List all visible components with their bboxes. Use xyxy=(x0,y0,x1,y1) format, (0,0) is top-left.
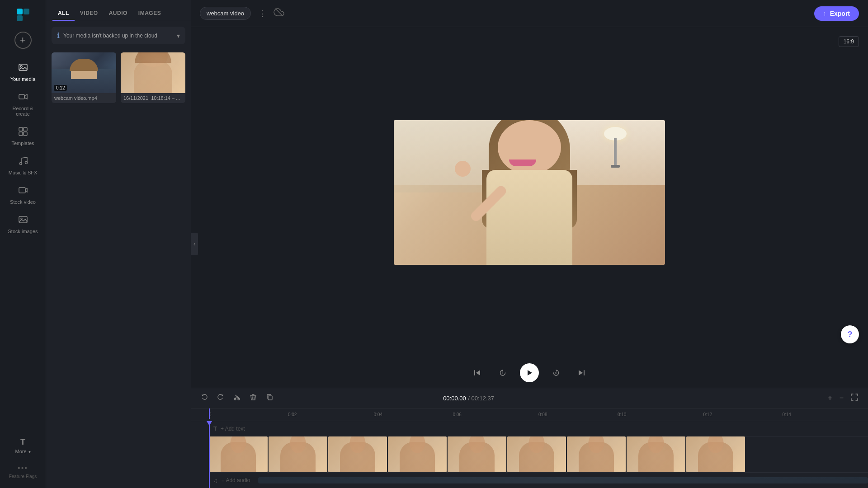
skip-forward-button[interactable] xyxy=(573,365,590,381)
cloud-icon[interactable] xyxy=(274,7,284,20)
play-button[interactable] xyxy=(520,363,539,382)
feature-flags-label: Feature Flags xyxy=(9,474,37,479)
svg-point-4 xyxy=(20,66,22,67)
export-button[interactable]: ↑ Export xyxy=(814,6,859,21)
sidebar-item-feature-flags[interactable]: ••• Feature Flags xyxy=(3,460,43,483)
project-menu-icon[interactable]: ⋮ xyxy=(256,7,268,20)
sidebar-item-label-templates: Templates xyxy=(11,141,34,146)
undo-button[interactable] xyxy=(198,392,211,404)
svg-rect-12 xyxy=(19,188,25,193)
sidebar-item-templates[interactable]: Templates xyxy=(3,122,43,150)
skip-back-button[interactable] xyxy=(469,365,486,381)
video-strip xyxy=(209,436,745,472)
video-frame-2 xyxy=(269,436,327,472)
preview-area: 16:9 xyxy=(191,27,868,358)
add-text-track[interactable]: T + Add text xyxy=(209,421,868,436)
timeline-ruler: 0 0:02 0:04 0:06 0:08 0:10 0:12 0:14 xyxy=(191,408,868,421)
media-thumb-2 xyxy=(121,52,185,93)
sidebar-item-record-create[interactable]: Record &create xyxy=(3,87,43,121)
sidebar-item-label-music-sfx: Music & SFX xyxy=(9,170,38,175)
text-track-icon: T xyxy=(213,425,217,432)
audio-waveform xyxy=(258,477,868,483)
delete-button[interactable] xyxy=(247,392,259,404)
svg-rect-9 xyxy=(24,132,27,136)
total-time: 00:12.37 xyxy=(471,395,494,402)
svg-point-11 xyxy=(25,162,27,164)
add-text-label: + Add text xyxy=(221,426,245,432)
text-t-icon: T xyxy=(20,437,25,447)
preview-video xyxy=(394,120,665,265)
export-icon: ↑ xyxy=(823,10,826,17)
cut-button[interactable] xyxy=(231,392,243,404)
video-frame-1 xyxy=(209,436,268,472)
svg-rect-20 xyxy=(584,370,585,375)
sidebar-item-music-sfx[interactable]: Music & SFX xyxy=(3,151,43,180)
media-thumb-1: 0:12 xyxy=(52,52,116,93)
app-logo xyxy=(14,5,33,24)
templates-icon xyxy=(18,127,28,139)
stock-images-icon xyxy=(18,215,28,227)
aspect-ratio-badge[interactable]: 16:9 xyxy=(839,36,859,47)
add-audio-track[interactable]: ♫ + Add audio xyxy=(209,473,868,488)
audio-track-icon: ♫ xyxy=(213,477,218,484)
playback-controls: 5 5 xyxy=(191,358,868,388)
copy-button[interactable] xyxy=(263,392,276,404)
sidebar-more-button[interactable]: T More ▾ xyxy=(3,433,43,459)
expand-timeline-button[interactable] xyxy=(848,392,861,404)
media-item-1[interactable]: 0:12 webcam video.mp4 xyxy=(52,52,116,103)
tab-video[interactable]: VIDEO xyxy=(75,6,104,21)
top-bar: webcam video ⋮ ↑ Export xyxy=(191,0,868,27)
timeline-tracks: T + Add text xyxy=(191,421,868,488)
redo-button[interactable] xyxy=(214,392,227,404)
svg-rect-17 xyxy=(474,370,475,375)
video-frame-7 xyxy=(567,436,626,472)
svg-point-10 xyxy=(19,163,22,165)
time-display: 00:00.00 / 00:12.37 xyxy=(443,394,494,402)
stock-video-icon xyxy=(18,185,28,197)
tab-audio[interactable]: AUDIO xyxy=(104,6,133,21)
svg-rect-1 xyxy=(24,9,29,14)
sidebar-item-label-record-create: Record &create xyxy=(13,106,33,117)
sidebar-item-label-stock-images: Stock images xyxy=(8,229,38,234)
svg-text:5: 5 xyxy=(555,371,557,374)
svg-rect-5 xyxy=(19,94,24,99)
media-tabs: ALL VIDEO AUDIO IMAGES xyxy=(46,0,191,21)
svg-rect-0 xyxy=(17,9,23,14)
zoom-in-button[interactable]: + xyxy=(825,392,835,404)
your-media-icon xyxy=(18,62,28,75)
svg-text:5: 5 xyxy=(502,371,504,374)
forward-5s-button[interactable]: 5 xyxy=(548,365,564,381)
tab-images[interactable]: IMAGES xyxy=(133,6,166,21)
sidebar-item-stock-images[interactable]: Stock images xyxy=(3,210,43,239)
sidebar-item-label-stock-video: Stock video xyxy=(10,199,36,205)
media-grid: 0:12 webcam video.mp4 16/11/2021, 10:18:… xyxy=(46,48,191,108)
svg-rect-7 xyxy=(24,127,27,131)
expand-chevron-icon: ▾ xyxy=(177,32,180,39)
rewind-5s-button[interactable]: 5 xyxy=(495,365,511,381)
video-frame-9 xyxy=(686,436,745,472)
project-name[interactable]: webcam video xyxy=(200,7,251,20)
info-icon: ℹ xyxy=(57,31,60,40)
video-frame-3 xyxy=(328,436,387,472)
help-button[interactable]: ? xyxy=(841,325,859,343)
add-button[interactable]: + xyxy=(14,32,32,49)
media-item-label-1: webcam video.mp4 xyxy=(52,93,116,103)
video-frame-4 xyxy=(388,436,447,472)
backup-banner[interactable]: ℹ Your media isn't backed up in the clou… xyxy=(52,27,185,44)
thumb-duration-1: 0:12 xyxy=(54,85,67,91)
playhead-ruler xyxy=(209,408,210,419)
zoom-out-button[interactable]: − xyxy=(837,392,846,404)
sidebar-item-stock-video[interactable]: Stock video xyxy=(3,181,43,209)
ruler-inner: 0 0:02 0:04 0:06 0:08 0:10 0:12 0:14 xyxy=(209,408,868,421)
media-item-2[interactable]: 16/11/2021, 10:18:14 – ... xyxy=(121,52,185,103)
music-sfx-icon xyxy=(18,156,28,168)
timeline-section: 00:00.00 / 00:12.37 + − xyxy=(191,388,868,488)
video-track[interactable] xyxy=(209,436,868,473)
panel-collapse-button[interactable]: ‹ xyxy=(191,233,198,255)
sidebar-item-your-media[interactable]: Your media xyxy=(3,58,43,86)
svg-rect-2 xyxy=(17,15,23,21)
current-time: 00:00.00 xyxy=(443,395,466,402)
add-audio-label: + Add audio xyxy=(222,477,250,483)
video-frame-5 xyxy=(448,436,506,472)
tab-all[interactable]: ALL xyxy=(52,6,75,21)
